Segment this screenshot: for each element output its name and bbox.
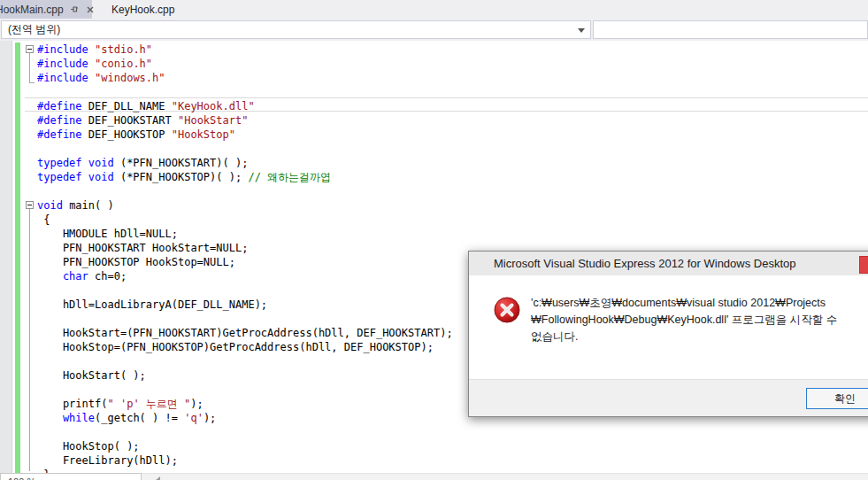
fold-connector: [29, 209, 30, 471]
editor-zoom-dropdown[interactable]: 100 %: [0, 473, 142, 480]
close-icon[interactable]: [86, 5, 95, 14]
editor-bottom-strip: 100 %: [0, 473, 868, 480]
pin-icon[interactable]: [70, 4, 80, 14]
document-tab-bar: HookMain.cpp KeyHook.cpp: [0, 0, 868, 19]
scroll-left-icon[interactable]: [156, 476, 160, 480]
collapse-toggle-icon[interactable]: [26, 45, 34, 53]
horizontal-scrollbar[interactable]: [142, 473, 868, 480]
chevron-down-icon: [578, 28, 585, 33]
tab-label: KeyHook.cpp: [111, 4, 174, 16]
code-line: typedef void (*PFN_HOOKSTOP)( ); // 왜하는걸…: [37, 170, 453, 184]
code-line: printf(" 'p' 누르면 ");: [37, 397, 453, 411]
change-tracking-bar: [15, 43, 20, 473]
code-line: HMODULE hDll=NULL;: [37, 227, 453, 241]
vs-window: HookMain.cpp KeyHook.cpp (전역 범위): [0, 0, 868, 480]
code-line: #define DEF_DLL_NAME "KeyHook.dll": [37, 99, 453, 113]
dialog-title-bar[interactable]: Microsoft Visual Studio Express 2012 for…: [469, 252, 868, 275]
code-line: typedef void (*PFN_HOOKSTART)( );: [37, 156, 453, 170]
collapse-toggle-icon[interactable]: [26, 201, 34, 209]
code-line: char ch=0;: [37, 269, 453, 283]
code-line: while(_getch( ) != 'q');: [37, 411, 453, 425]
member-dropdown[interactable]: [593, 20, 868, 39]
dialog-message: 'c:₩users₩초영₩documents₩visual studio 201…: [531, 295, 842, 345]
code-line: [37, 383, 453, 397]
code-line: {: [37, 213, 453, 227]
code-line: HookStop=(PFN_HOOKSTOP)GetProcAddress(hD…: [37, 340, 453, 354]
navigation-bar: (전역 범위): [0, 19, 868, 41]
dialog-footer: 확인: [469, 379, 868, 416]
code-line: [37, 142, 453, 156]
code-line: [37, 354, 453, 368]
code-line: HookStop( );: [37, 439, 453, 453]
code-line: [37, 312, 453, 326]
code-line: HookStart=(PFN_HOOKSTART)GetProcAddress(…: [37, 326, 453, 340]
code-line: [37, 425, 453, 439]
dialog-body: 'c:₩users₩초영₩documents₩visual studio 201…: [469, 275, 868, 380]
code-line: [37, 283, 453, 298]
indicator-margin: [0, 41, 12, 473]
code-line: PFN_HOOKSTART HookStart=NULL;: [37, 241, 453, 255]
tab-hookmain-cpp[interactable]: HookMain.cpp: [0, 0, 92, 19]
code-line: void main( ): [37, 198, 453, 213]
code-line: #define DEF_HOOKSTOP "HookStop": [37, 128, 453, 142]
error-dialog: Microsoft Visual Studio Express 2012 for…: [468, 251, 868, 417]
editor-zoom-value: 100 %: [8, 476, 35, 480]
tab-label: HookMain.cpp: [0, 4, 64, 16]
code-line: #define DEF_HOOKSTART "HookStart": [37, 113, 453, 128]
dialog-close-button[interactable]: [859, 256, 868, 274]
code-line: PFN_HOOKSTOP HookStop=NULL;: [37, 255, 453, 269]
tab-keyhook-cpp[interactable]: KeyHook.cpp: [104, 0, 181, 19]
scope-dropdown[interactable]: (전역 범위): [1, 20, 591, 39]
fold-connector-end: [30, 82, 35, 83]
code-line: #include "conio.h": [37, 57, 453, 71]
code-line: #include "windows.h": [37, 71, 453, 85]
code-line: HookStart( );: [37, 368, 453, 383]
code-lines[interactable]: #include "stdio.h"#include "conio.h"#inc…: [37, 43, 453, 480]
code-editor[interactable]: #include "stdio.h"#include "conio.h"#inc…: [0, 41, 868, 480]
code-line: #include "stdio.h": [37, 43, 453, 57]
dialog-title: Microsoft Visual Studio Express 2012 for…: [469, 257, 796, 270]
ok-button[interactable]: 확인: [806, 388, 868, 409]
fold-connector: [29, 53, 30, 83]
scope-dropdown-value: (전역 범위): [2, 22, 60, 37]
error-icon: [494, 297, 520, 323]
code-line: FreeLibrary(hDll);: [37, 453, 453, 468]
code-line: [37, 184, 453, 198]
code-line: hDll=LoadLibraryA(DEF_DLL_NAME);: [37, 298, 453, 312]
code-line: [37, 85, 453, 99]
